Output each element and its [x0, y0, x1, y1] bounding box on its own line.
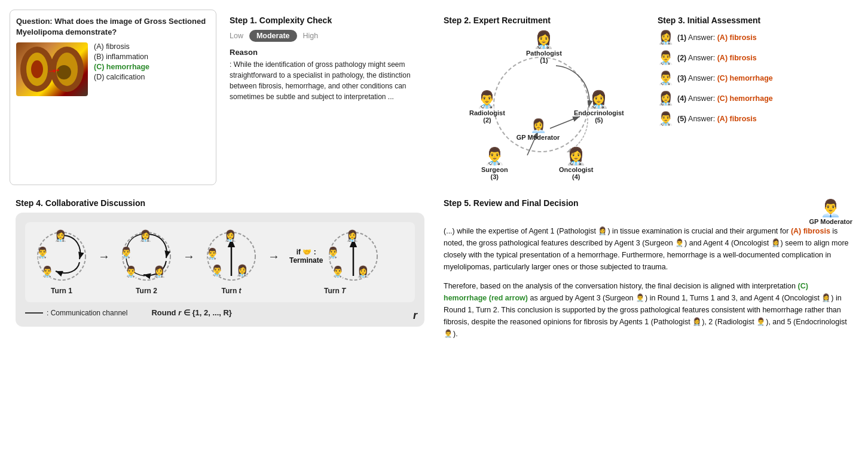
assessment-section: Step 3. Initial Assessment 👩‍⚕️ (1) Answ… — [652, 10, 858, 185]
answer-label-4: (4) Answer: — [677, 94, 715, 103]
expert-surgeon: 👨‍⚕️ Surgeon (3) — [481, 146, 508, 180]
assessment-item-3: 👨‍⚕️ (3) Answer: (C) hemorrhage — [658, 70, 852, 86]
complexity-moderate: Moderate — [249, 30, 297, 42]
complexity-low: Low — [230, 32, 243, 40]
round-formula: Round r ∈ {1, 2, ..., R} — [151, 308, 232, 317]
comm-line-symbol — [25, 312, 43, 314]
turn-T-circle: 👩‍⚕️ 👨‍⚕️ 👨‍⚕️ 👩‍⚕️ — [326, 229, 380, 283]
question-section: Question: What does the image of Gross S… — [10, 10, 216, 185]
review-text: (...) while the expertise of Agent 1 (Pa… — [444, 225, 852, 340]
reason-text: : While the identification of gross path… — [230, 59, 424, 102]
turn-2-circle: 👩‍⚕️ 👨‍⚕️ 👨‍⚕️ 👩‍⚕️ — [120, 229, 173, 283]
discussion-container: 👩‍⚕️ 👨‍⚕️ 👨‍⚕️ Turn 1 → — [16, 213, 424, 327]
svg-text:→: → — [47, 65, 57, 77]
assessment-title: Step 3. Initial Assessment — [658, 16, 852, 25]
avatar-4: 👩‍⚕️ — [658, 91, 674, 106]
expert-radiologist: 👨‍⚕️ Radiologist (2) — [469, 90, 505, 124]
assessment-item-1: 👩‍⚕️ (1) Answer: (A) fibrosis — [658, 30, 852, 45]
arrow-2-t: → — [183, 250, 195, 263]
answer-result-3: (C) hemorrhage — [715, 74, 773, 82]
highlight-hemorrhage: (C) hemorrhage (red arrow) — [444, 282, 808, 302]
comm-label: : Communication channel — [47, 309, 127, 317]
avatar-3: 👨‍⚕️ — [658, 70, 674, 86]
review-paragraph-2: Therefore, based on the analysis of the … — [444, 280, 852, 340]
answer-result-4: (C) hemorrhage — [715, 94, 773, 103]
complexity-section: Step 1. Complexity Check Low Moderate Hi… — [224, 10, 430, 185]
discussion-title: Step 4. Collaborative Discussion — [16, 198, 424, 208]
answer-label-5: (5) Answer: — [677, 115, 715, 123]
turn-2-label: Turn 2 — [136, 287, 157, 295]
answer-result-1: (A) fibrosis — [715, 33, 756, 42]
recruitment-section: Step 2. Expert Recruitment — [438, 10, 644, 185]
svg-point-4 — [31, 60, 43, 78]
turn-2-group: 👩‍⚕️ 👨‍⚕️ 👨‍⚕️ 👩‍⚕️ Turn 2 — [120, 229, 173, 295]
complexity-bar: Low Moderate High — [230, 30, 424, 42]
turn-t-label: Turn t — [221, 287, 241, 295]
terminate-label: if 🤝 :Terminate — [289, 248, 323, 265]
review-paragraph-1: (...) while the expertise of Agent 1 (Pa… — [444, 225, 852, 273]
answer-label-1: (1) Answer: — [677, 33, 715, 42]
avatar-5: 👨‍⚕️ — [658, 111, 674, 127]
turn-1-circle: 👩‍⚕️ 👨‍⚕️ 👨‍⚕️ — [35, 229, 88, 283]
discussion-inner: 👩‍⚕️ 👨‍⚕️ 👨‍⚕️ Turn 1 → — [25, 222, 415, 302]
turn-t-group: 👩‍⚕️ 👨‍⚕️ 👨‍⚕️ 👩‍⚕️ Turn t — [204, 229, 258, 295]
turn-1-group: 👩‍⚕️ 👨‍⚕️ 👨‍⚕️ Turn 1 — [35, 229, 88, 295]
assessment-list: 👩‍⚕️ (1) Answer: (A) fibrosis 👨‍⚕️ (2) A… — [658, 30, 852, 127]
answer-result-2: (A) fibrosis — [715, 54, 756, 62]
assessment-item-2: 👨‍⚕️ (2) Answer: (A) fibrosis — [658, 50, 852, 66]
complexity-high: High — [303, 32, 319, 40]
review-title: Step 5. Review and Final Decision — [444, 198, 579, 208]
discussion-footer: : Communication channel Round r ∈ {1, 2,… — [25, 308, 415, 317]
r-label: r — [413, 309, 417, 322]
recruitment-title: Step 2. Expert Recruitment — [444, 16, 638, 25]
expert-endocrinologist: 👩‍⚕️ Endocrinologist (5) — [574, 90, 624, 124]
reason-title: Reason — [230, 48, 424, 57]
arrow-t-T: → — [268, 250, 280, 263]
arrow-1-2: → — [98, 250, 110, 263]
answer-label-2: (2) Answer: — [677, 54, 715, 62]
gp-moderator-center: 👩‍💼GP Moderator — [514, 118, 562, 141]
turn-T-label: Turn T — [324, 287, 346, 295]
turn-1-label: Turn 1 — [51, 287, 72, 295]
gp-moderator-review-label: GP Moderator — [809, 218, 852, 225]
answer-result-5: (A) fibrosis — [715, 115, 756, 123]
avatar-2: 👨‍⚕️ — [658, 50, 674, 66]
highlight-fibrosis: (A) fibrosis — [791, 227, 830, 235]
gp-moderator-review: 👨‍💼 GP Moderator — [809, 198, 852, 225]
answer-label-3: (3) Answer: — [677, 74, 715, 82]
expert-pathologist: 👩‍⚕️ Pathologist (1) — [526, 30, 562, 64]
question-title: Question: What does the image of Gross S… — [16, 16, 210, 38]
assessment-item-4: 👩‍⚕️ (4) Answer: (C) hemorrhage — [658, 91, 852, 106]
turn-t-circle: 👩‍⚕️ 👨‍⚕️ 👨‍⚕️ 👩‍⚕️ — [204, 229, 258, 283]
avatar-1: 👩‍⚕️ — [658, 30, 674, 45]
communication-channel-legend: : Communication channel — [25, 309, 127, 317]
expert-oncologist: 👩‍⚕️ Oncologist (4) — [559, 146, 593, 180]
svg-point-5 — [57, 65, 71, 79]
discussion-section: Step 4. Collaborative Discussion — [10, 192, 430, 353]
medical-image: → — [16, 42, 88, 96]
turn-T-group: if 🤝 :Terminate — [289, 229, 380, 295]
complexity-title: Step 1. Complexity Check — [230, 16, 424, 25]
review-section: Step 5. Review and Final Decision 👨‍💼 GP… — [438, 192, 858, 353]
assessment-item-5: 👨‍⚕️ (5) Answer: (A) fibrosis — [658, 111, 852, 127]
